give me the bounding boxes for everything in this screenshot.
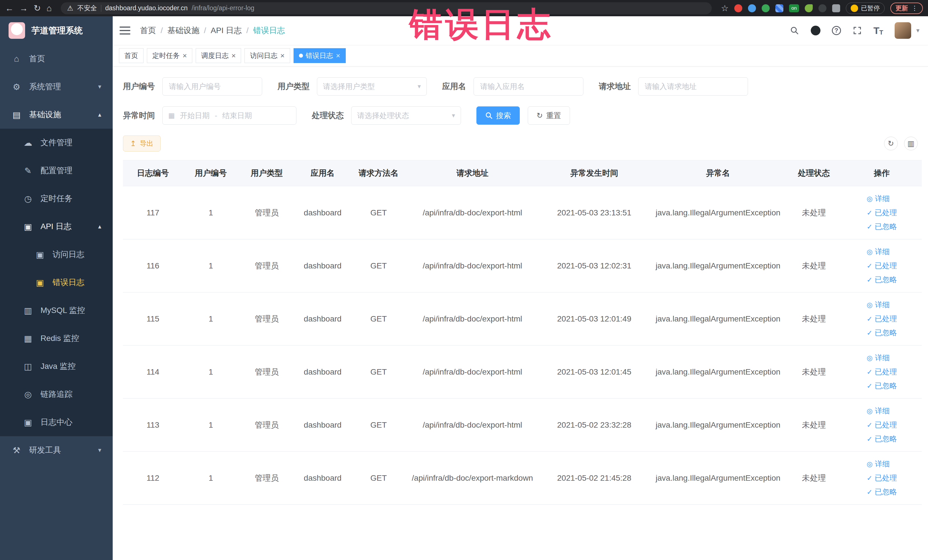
tab-job-log[interactable]: 调度日志× [196,48,241,63]
sidebar-item-log-center[interactable]: ▣日志中心 [0,408,113,436]
action-detail[interactable]: ◎详细 [867,459,890,469]
sidebar-item-label: 访问日志 [52,249,84,260]
browser-home-icon[interactable]: ⌂ [46,4,52,12]
filter-user-id: 用户编号 [123,77,262,96]
request-url-input[interactable] [638,77,748,96]
close-icon[interactable]: × [183,52,187,60]
reload-icon[interactable]: ↻ [34,4,41,12]
user-id-input[interactable] [162,77,262,96]
search-button[interactable]: 搜索 [476,107,520,125]
forward-icon[interactable]: → [20,4,28,12]
breadcrumb-item[interactable]: 首页 [140,25,156,36]
cell-method: GET [351,452,406,505]
extension-grid-icon[interactable] [775,4,783,12]
help-icon[interactable]: ? [832,26,841,35]
back-icon[interactable]: ← [5,4,14,12]
sidebar-item-java[interactable]: ◫Java 监控 [0,352,113,380]
cell-actions: ◎详细✓已处理✓已忽略 [842,452,922,505]
font-size-icon[interactable]: TT [873,25,883,36]
check-icon: ✓ [867,382,872,390]
avatar[interactable] [894,22,911,39]
action-detail[interactable]: ◎详细 [867,300,890,310]
app-name-input[interactable] [473,77,583,96]
avatar-chevron-down-icon[interactable]: ▾ [916,27,919,34]
action-processed[interactable]: ✓已处理 [867,420,897,430]
close-icon[interactable]: × [280,52,284,60]
fullscreen-icon[interactable] [852,26,862,35]
refresh-table-button[interactable]: ↻ [884,137,898,150]
sidebar-item-infra[interactable]: ▤基础设施▴ [0,101,113,129]
bookmark-star-icon[interactable]: ☆ [721,4,729,12]
action-processed[interactable]: ✓已处理 [867,367,897,377]
export-button[interactable]: ↥ 导出 [123,136,160,151]
tab-home[interactable]: 首页 [119,48,143,63]
column-header: 用户类型 [239,160,295,186]
extension-blue-icon[interactable] [748,4,756,12]
sidebar-item-trace[interactable]: ◎链路追踪 [0,380,113,408]
select-placeholder: 请选择用户类型 [323,82,375,92]
check-icon: ✓ [867,474,872,482]
extension-green-icon[interactable] [762,4,770,12]
cell-time: 2021-05-03 23:13:51 [538,186,650,240]
action-processed[interactable]: ✓已处理 [867,208,897,218]
close-icon[interactable]: × [336,52,340,60]
github-icon[interactable] [811,26,820,35]
sidebar-item-config[interactable]: ✎配置管理 [0,157,113,185]
app-logo[interactable]: 芋道管理系统 [0,16,113,45]
breadcrumb-item[interactable]: API 日志 [211,25,242,36]
sidebar-item-redis[interactable]: ▦Redis 监控 [0,324,113,352]
action-ignored[interactable]: ✓已忽略 [867,275,897,285]
sidebar-item-error-log[interactable]: ▣错误日志 [0,269,113,296]
column-settings-button[interactable]: ▥ [904,137,918,150]
sidebar-item-access-log[interactable]: ▣访问日志 [0,241,113,269]
extension-leaf-icon[interactable] [805,4,813,12]
cell-time: 2021-05-02 21:45:28 [538,452,650,505]
action-detail[interactable]: ◎详细 [867,353,890,363]
sidebar-item-file[interactable]: ☁文件管理 [0,129,113,157]
action-ignored[interactable]: ✓已忽略 [867,381,897,391]
close-icon[interactable]: × [231,52,236,60]
extensions-puzzle-icon[interactable] [832,4,840,12]
update-button[interactable]: 更新 ⋮ [890,3,923,14]
sidebar-toggle-icon[interactable] [119,26,130,35]
action-detail[interactable]: ◎详细 [867,194,890,204]
tab-cron[interactable]: 定时任务× [147,48,192,63]
security-label[interactable]: 不安全 [77,4,97,12]
table-tools: ↻ ▥ [884,137,922,150]
extension-paw-icon[interactable] [818,4,826,12]
table-toolbar: ↥ 导出 ↻ ▥ [123,136,922,151]
search-icon[interactable] [790,26,799,35]
action-ignored[interactable]: ✓已忽略 [867,222,897,232]
action-ignored[interactable]: ✓已忽略 [867,328,897,338]
sidebar-item-cron[interactable]: ◷定时任务 [0,185,113,212]
exception-time-range-picker[interactable]: ▦ 开始日期 - 结束日期 [162,107,296,125]
cell-user_type: 管理员 [239,345,295,398]
reset-button[interactable]: ↻ 重置 [528,107,570,125]
cell-app: dashboard [295,240,351,292]
user-type-select[interactable]: 请选择用户类型 ▾ [317,77,427,96]
action-ignored[interactable]: ✓已忽略 [867,434,897,444]
process-status-select[interactable]: 请选择处理状态 ▾ [351,107,461,125]
sidebar-item-api-log[interactable]: ▣API 日志▴ [0,212,113,241]
cell-status: 未处理 [786,292,842,345]
action-detail[interactable]: ◎详细 [867,406,890,416]
paused-chip[interactable]: 已暂停 [846,3,885,14]
sidebar-item-home[interactable]: ⌂首页 [0,45,113,73]
action-processed[interactable]: ✓已处理 [867,261,897,271]
action-detail[interactable]: ◎详细 [867,247,890,257]
action-processed[interactable]: ✓已处理 [867,473,897,483]
action-ignored[interactable]: ✓已忽略 [867,487,897,497]
sidebar-item-devtools[interactable]: ⚒研发工具▾ [0,436,113,464]
tab-access-log[interactable]: 访问日志× [244,48,290,63]
breadcrumb-item[interactable]: 基础设施 [168,25,199,36]
sidebar-item-system[interactable]: ⚙系统管理▾ [0,73,113,101]
address-bar[interactable]: ⚠ 不安全 dashboard.yudao.iocoder.cn/infra/l… [61,2,712,14]
action-processed[interactable]: ✓已处理 [867,314,897,324]
sidebar-item-mysql[interactable]: ▥MySQL 监控 [0,296,113,324]
action-label: 详细 [875,247,890,257]
cell-actions: ◎详细✓已处理✓已忽略 [842,345,922,398]
browser-menu-kebab-icon[interactable]: ⋮ [911,5,918,12]
extension-red-icon[interactable] [734,4,742,12]
extension-on-badge[interactable]: on [789,4,799,12]
tab-error-log[interactable]: 错误日志× [293,48,346,63]
